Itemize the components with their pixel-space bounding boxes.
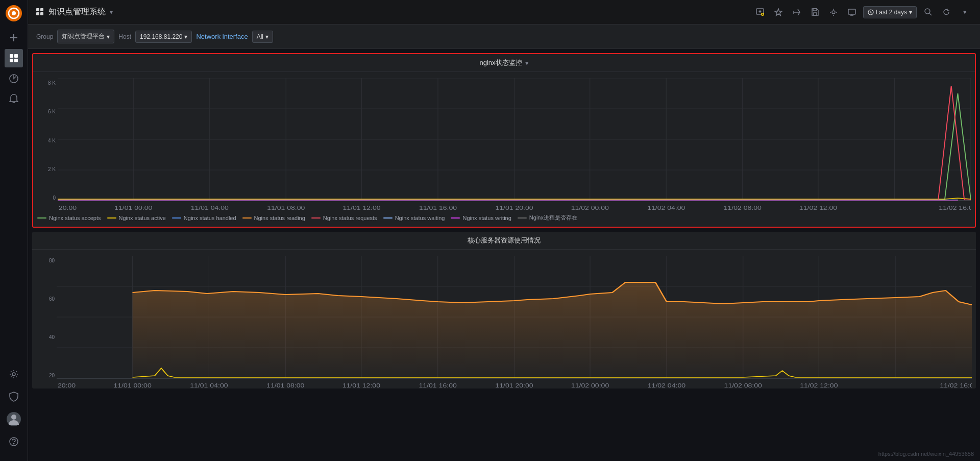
filter-bar: Group 知识点管理平台 ▾ Host 192.168.81.220 ▾ Ne… bbox=[28, 25, 980, 49]
legend-waiting-line bbox=[383, 217, 393, 219]
svg-point-21 bbox=[832, 11, 835, 14]
svg-rect-3 bbox=[10, 54, 13, 58]
network-chevron: ▾ bbox=[265, 33, 268, 40]
legend-accepts-label: Nginx status accepts bbox=[49, 215, 101, 221]
sidebar-item-shield[interactable] bbox=[5, 387, 23, 406]
search-button[interactable] bbox=[921, 5, 935, 19]
svg-rect-13 bbox=[36, 8, 39, 11]
group-label: Group bbox=[36, 33, 53, 40]
network-dropdown[interactable]: All ▾ bbox=[252, 31, 273, 43]
svg-rect-20 bbox=[813, 9, 817, 11]
legend-waiting: Nginx status waiting bbox=[383, 214, 445, 222]
svg-point-2 bbox=[12, 11, 16, 15]
header-left: 知识点管理系统 ▾ bbox=[36, 7, 113, 17]
svg-text:10/31 20:00: 10/31 20:00 bbox=[57, 382, 76, 389]
y-label-4k: 4 K bbox=[37, 138, 58, 143]
network-value: All bbox=[257, 33, 263, 40]
legend-reading: Nginx status reading bbox=[242, 214, 305, 222]
svg-rect-19 bbox=[814, 13, 817, 15]
grid-icon bbox=[36, 8, 44, 16]
sidebar-item-alerts[interactable] bbox=[5, 90, 23, 108]
svg-text:11/02 08:00: 11/02 08:00 bbox=[724, 382, 762, 389]
legend-active-label: Nginx status active bbox=[119, 215, 166, 221]
host-dropdown[interactable]: 192.168.81.220 ▾ bbox=[135, 31, 192, 43]
svg-rect-22 bbox=[848, 9, 855, 14]
svg-point-12 bbox=[13, 443, 14, 444]
sidebar-item-explore[interactable] bbox=[5, 69, 23, 88]
svg-rect-15 bbox=[36, 12, 39, 15]
refresh-dropdown-button[interactable]: ▾ bbox=[958, 5, 972, 19]
star-button[interactable] bbox=[771, 5, 786, 19]
svg-text:11/01 16:00: 11/01 16:00 bbox=[419, 382, 456, 389]
y-label-0: 0 bbox=[37, 195, 58, 201]
svg-text:10/31 20:00: 10/31 20:00 bbox=[58, 205, 77, 211]
legend-handled-line bbox=[172, 217, 181, 219]
watermark: https://blog.csdn.net/weixin_44953658 bbox=[878, 451, 974, 457]
panel-nginx: nginx状态监控 ▾ 8 K 6 K 4 K 2 K 0 bbox=[32, 53, 976, 228]
panel-server-chart-area: 80 60 40 20 bbox=[32, 250, 976, 389]
y-label-60: 60 bbox=[36, 296, 57, 302]
panel-nginx-header: nginx状态监控 ▾ bbox=[33, 54, 975, 72]
y-label-6k: 6 K bbox=[37, 109, 58, 114]
svg-text:11/01 12:00: 11/01 12:00 bbox=[342, 382, 380, 389]
tv-button[interactable] bbox=[845, 5, 859, 19]
svg-text:11/02 00:00: 11/02 00:00 bbox=[571, 382, 609, 389]
svg-rect-6 bbox=[14, 59, 18, 62]
sidebar-bottom bbox=[5, 365, 23, 457]
time-range-value: Last 2 days bbox=[876, 9, 907, 16]
refresh-button[interactable] bbox=[939, 5, 953, 19]
settings-button[interactable] bbox=[826, 5, 841, 19]
svg-rect-14 bbox=[40, 8, 43, 11]
legend-reading-line bbox=[242, 217, 252, 219]
sidebar-item-settings[interactable] bbox=[5, 365, 23, 383]
svg-rect-16 bbox=[40, 12, 43, 15]
svg-text:11/02 16:00: 11/02 16:00 bbox=[939, 205, 971, 211]
y-label-8k: 8 K bbox=[37, 80, 58, 86]
legend-active-line bbox=[107, 217, 116, 219]
svg-text:11/01 08:00: 11/01 08:00 bbox=[267, 205, 305, 211]
legend-writing-line bbox=[451, 217, 460, 219]
host-label: Host bbox=[118, 33, 131, 40]
legend-reading-label: Nginx status reading bbox=[254, 215, 305, 221]
title-dropdown-icon[interactable]: ▾ bbox=[110, 9, 113, 16]
svg-text:11/01 04:00: 11/01 04:00 bbox=[191, 205, 229, 211]
network-label: Network interface bbox=[196, 33, 248, 40]
add-panel-button[interactable] bbox=[753, 5, 767, 19]
panel-nginx-legend: Nginx status accepts Nginx status active… bbox=[33, 211, 975, 227]
y-label-2k: 2 K bbox=[37, 166, 58, 172]
share-button[interactable] bbox=[790, 5, 804, 19]
legend-process-line bbox=[518, 217, 527, 219]
sidebar-item-dashboard[interactable] bbox=[5, 49, 23, 67]
svg-text:11/02 08:00: 11/02 08:00 bbox=[724, 205, 762, 211]
sidebar-item-add[interactable] bbox=[5, 29, 23, 47]
svg-text:11/02 00:00: 11/02 00:00 bbox=[571, 205, 609, 211]
svg-text:11/02 04:00: 11/02 04:00 bbox=[648, 382, 685, 389]
svg-text:11/02 04:00: 11/02 04:00 bbox=[647, 205, 685, 211]
host-value: 192.168.81.220 bbox=[140, 33, 182, 40]
clock-icon bbox=[868, 9, 874, 15]
legend-accepts: Nginx status accepts bbox=[37, 214, 101, 222]
top-header: 知识点管理系统 ▾ bbox=[28, 0, 980, 25]
legend-waiting-label: Nginx status waiting bbox=[395, 215, 445, 221]
svg-text:11/02 16:00: 11/02 16:00 bbox=[940, 382, 972, 389]
svg-point-8 bbox=[12, 373, 15, 376]
y-label-80: 80 bbox=[36, 258, 57, 263]
panel-nginx-title: nginx状态监控 ▾ bbox=[479, 58, 528, 67]
svg-text:11/01 16:00: 11/01 16:00 bbox=[419, 205, 457, 211]
svg-text:11/01 00:00: 11/01 00:00 bbox=[113, 382, 151, 389]
legend-writing-label: Nginx status writing bbox=[462, 215, 511, 221]
group-dropdown[interactable]: 知识点管理平台 ▾ bbox=[57, 30, 114, 43]
time-range-selector[interactable]: Last 2 days ▾ bbox=[863, 6, 917, 18]
host-chevron: ▾ bbox=[184, 33, 187, 40]
save-button[interactable] bbox=[808, 5, 822, 19]
sidebar-item-user[interactable] bbox=[5, 410, 23, 428]
y-label-40: 40 bbox=[36, 334, 57, 340]
sidebar-item-help[interactable] bbox=[5, 432, 23, 451]
app-logo[interactable] bbox=[5, 4, 23, 22]
search-icon bbox=[924, 8, 932, 16]
legend-writing: Nginx status writing bbox=[451, 214, 511, 222]
svg-point-24 bbox=[925, 9, 930, 14]
legend-handled-label: Nginx status handled bbox=[184, 215, 236, 221]
legend-requests-label: Nginx status requests bbox=[323, 215, 377, 221]
panel-nginx-chart-area: 8 K 6 K 4 K 2 K 0 bbox=[33, 72, 975, 211]
